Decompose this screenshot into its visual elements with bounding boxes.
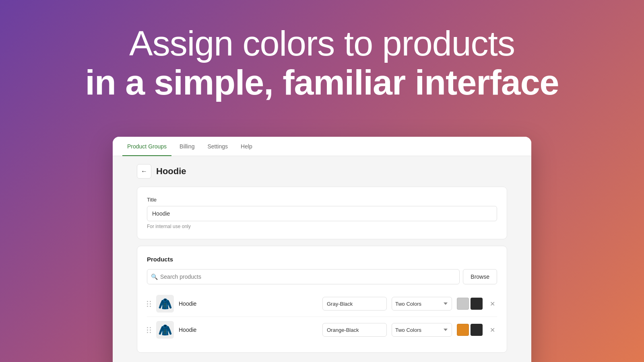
color-swatches bbox=[457, 324, 483, 336]
swatch-1[interactable] bbox=[457, 298, 469, 310]
search-row: 🔍 Browse bbox=[147, 269, 497, 284]
table-row: 🧥 Hoodie Two Colors ✕ bbox=[147, 317, 497, 343]
page-title: Hoodie bbox=[156, 166, 186, 177]
title-section: Title For internal use only bbox=[137, 187, 507, 239]
tab-settings[interactable]: Settings bbox=[202, 137, 233, 156]
product-thumbnail: 🧥 bbox=[156, 295, 174, 313]
search-input[interactable] bbox=[147, 269, 460, 284]
back-button[interactable]: ← bbox=[137, 164, 151, 179]
main-card: Product Groups Billing Settings Help ← H… bbox=[113, 137, 531, 362]
title-hint: For internal use only bbox=[147, 224, 497, 229]
search-wrap: 🔍 bbox=[147, 269, 460, 284]
title-input[interactable] bbox=[147, 206, 497, 221]
table-row: 🧥 Hoodie Two Colors ✕ bbox=[147, 291, 497, 317]
hero-line1: Assign colors to products bbox=[0, 24, 644, 63]
tab-help[interactable]: Help bbox=[236, 137, 257, 156]
products-section-title: Products bbox=[147, 256, 497, 263]
swatch-2[interactable] bbox=[471, 298, 483, 310]
products-section: Products 🔍 Browse bbox=[137, 246, 507, 353]
swatch-1[interactable] bbox=[457, 324, 469, 336]
swatch-2[interactable] bbox=[471, 324, 483, 336]
browse-button[interactable]: Browse bbox=[463, 269, 497, 284]
page-content: ← Hoodie Title For internal use only Pro… bbox=[113, 156, 531, 362]
tab-product-groups[interactable]: Product Groups bbox=[122, 137, 171, 156]
tab-billing[interactable]: Billing bbox=[175, 137, 199, 156]
color-type-select[interactable]: Two Colors bbox=[392, 323, 452, 337]
product-name: Hoodie bbox=[179, 300, 318, 307]
color-swatches bbox=[457, 298, 483, 310]
page-header: ← Hoodie bbox=[137, 164, 507, 179]
remove-button[interactable]: ✕ bbox=[487, 299, 497, 309]
color-name-input[interactable] bbox=[322, 297, 387, 311]
drag-handle[interactable] bbox=[147, 327, 151, 333]
drag-handle[interactable] bbox=[147, 301, 151, 307]
product-name: Hoodie bbox=[179, 327, 318, 333]
search-icon: 🔍 bbox=[151, 274, 158, 280]
hero-line2: in a simple, familiar interface bbox=[0, 63, 644, 102]
color-type-select[interactable]: Two Colors bbox=[392, 297, 452, 311]
color-name-input[interactable] bbox=[322, 323, 387, 337]
title-field-label: Title bbox=[147, 197, 497, 203]
hero-section: Assign colors to products in a simple, f… bbox=[0, 0, 644, 102]
remove-button[interactable]: ✕ bbox=[487, 325, 497, 335]
product-thumbnail: 🧥 bbox=[156, 321, 174, 339]
nav-tabs: Product Groups Billing Settings Help bbox=[113, 137, 531, 156]
